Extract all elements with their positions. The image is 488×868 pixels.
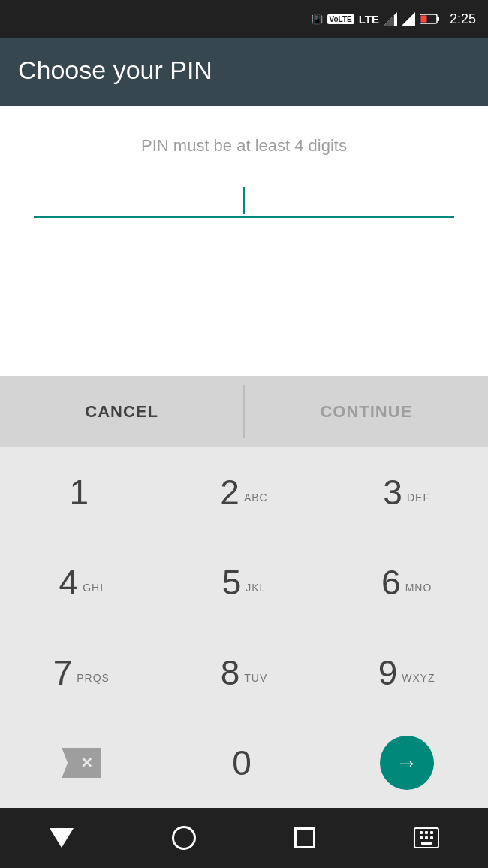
recents-button[interactable] [294,827,315,848]
key-5[interactable]: 5 JKL [163,537,326,628]
keyboard-icon [414,827,439,848]
enter-icon: → [380,736,434,790]
key-3[interactable]: 3 DEF [325,447,488,537]
pin-hint: PIN must be at least 4 digits [141,136,347,156]
cancel-button[interactable]: CANCEL [0,376,243,447]
page-title: Choose your PIN [18,56,212,84]
lte-icon: LTE [359,13,379,26]
vibrate-icon: 📳 [311,14,323,25]
svg-marker-1 [384,15,394,26]
signal2-icon [402,12,415,26]
home-icon [172,826,196,850]
back-icon [50,828,74,848]
numpad: 1 2 ABC 3 DEF 4 GHI 5 JKL 6 MNO 7 PRQS 8… [0,447,488,808]
backspace-button[interactable]: ✕ [0,718,163,808]
key-8[interactable]: 8 TUV [163,628,326,718]
enter-button[interactable]: → [325,718,488,808]
pin-cursor [243,187,245,214]
svg-marker-2 [402,12,415,26]
back-button[interactable] [50,828,74,848]
key-4[interactable]: 4 GHI [0,537,163,628]
key-9[interactable]: 9 WXYZ [325,628,488,718]
keyboard-button[interactable] [414,827,439,848]
pin-underline [34,216,454,218]
status-icons: 📳 VoLTE LTE 2:25 [311,11,476,27]
header: Choose your PIN [0,38,488,106]
svg-rect-5 [420,16,426,23]
key-0[interactable]: 0 [163,718,326,808]
backspace-icon: ✕ [62,748,101,778]
pin-input-container [34,178,454,218]
key-2[interactable]: 2 ABC [163,447,326,537]
nav-bar [0,808,488,868]
main-content: PIN must be at least 4 digits [0,106,488,376]
key-6[interactable]: 6 MNO [325,537,488,628]
continue-button[interactable]: CONTINUE [245,376,488,447]
status-time: 2:25 [450,11,476,27]
recents-icon [294,827,315,848]
volte-badge: VoLTE [327,14,354,24]
battery-icon [420,13,439,25]
key-7[interactable]: 7 PRQS [0,628,163,718]
svg-rect-4 [437,17,439,21]
home-button[interactable] [172,826,196,850]
signal1-icon [384,12,397,26]
action-bar: CANCEL CONTINUE [0,376,488,447]
status-bar: 📳 VoLTE LTE 2:25 [0,0,488,38]
key-1[interactable]: 1 [0,447,163,537]
